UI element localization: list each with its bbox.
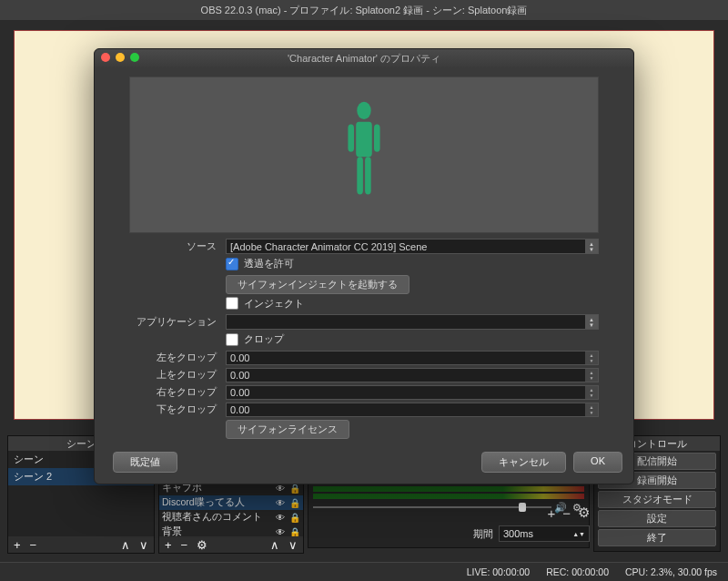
cancel-button[interactable]: キャンセル <box>481 452 566 473</box>
status-live: LIVE: 00:00:00 <box>467 566 530 577</box>
svg-point-0 <box>357 102 370 119</box>
add-transition-icon[interactable]: + <box>547 505 555 521</box>
crop-bottom-input[interactable]: 0.00▲▼ <box>226 403 599 417</box>
crop-left-label: 左をクロップ <box>129 351 226 364</box>
crop-top-label: 上をクロップ <box>129 368 226 382</box>
lock-icon[interactable]: 🔒 <box>289 527 300 537</box>
source-item[interactable]: Discord喋ってる人👁🔒 <box>159 495 303 510</box>
source-preview <box>129 76 599 233</box>
crop-right-input[interactable]: 0.00▲▼ <box>226 385 599 400</box>
remove-source-icon[interactable]: − <box>181 538 188 552</box>
sources-toolbar: + − ⚙ ∧ ∨ <box>159 536 303 553</box>
lock-icon[interactable]: 🔒 <box>289 484 300 494</box>
visibility-icon[interactable]: 👁 <box>275 513 286 523</box>
application-select[interactable]: ▲▼ <box>226 314 599 330</box>
scenes-toolbar: + − ∧ ∨ <box>8 536 154 553</box>
remove-scene-icon[interactable]: − <box>30 538 37 552</box>
source-item[interactable]: 視聴者さんのコメント👁🔒 <box>159 510 303 525</box>
transition-duration-input[interactable]: 300ms▲▼ <box>499 525 590 542</box>
control-button[interactable]: 設定 <box>598 510 716 527</box>
transition-duration-label: 期間 <box>473 527 493 541</box>
scene-up-icon[interactable]: ∧ <box>121 538 130 552</box>
crop-right-label: 右をクロップ <box>129 385 226 399</box>
svg-rect-4 <box>357 157 363 194</box>
app-titlebar: OBS 22.0.3 (mac) - プロファイル: Splatoon2 録画 … <box>0 0 728 21</box>
control-button[interactable]: 終了 <box>598 529 716 546</box>
crop-top-input[interactable]: 0.00▲▼ <box>226 368 599 382</box>
zoom-icon[interactable] <box>130 53 139 62</box>
minimize-icon[interactable] <box>116 53 125 62</box>
scene-down-icon[interactable]: ∨ <box>139 538 148 552</box>
crop-bottom-label: 下をクロップ <box>129 403 226 416</box>
visibility-icon[interactable]: 👁 <box>275 527 286 537</box>
status-rec: REC: 00:00:00 <box>546 566 609 577</box>
properties-dialog: 'Character Animator' のプロパティ ソース [ <box>94 48 634 484</box>
dialog-title: 'Character Animator' のプロパティ <box>95 52 633 66</box>
close-icon[interactable] <box>101 53 110 62</box>
defaults-button[interactable]: 既定値 <box>113 452 177 473</box>
allow-transparency-checkbox[interactable]: 透過を許可 <box>226 257 294 270</box>
status-bar: LIVE: 00:00:00 REC: 00:00:00 CPU: 2.3%, … <box>0 562 728 581</box>
add-scene-icon[interactable]: + <box>14 538 21 552</box>
meter-left <box>313 486 584 492</box>
crop-checkbox[interactable]: クロップ <box>226 332 284 346</box>
launch-injector-button[interactable]: サイフォンインジェクトを起動する <box>226 275 410 294</box>
add-source-icon[interactable]: + <box>165 538 172 552</box>
application-label: アプリケーション <box>129 315 226 329</box>
syphon-license-button[interactable]: サイフォンライセンス <box>226 420 349 439</box>
transitions-panel: + − ⚙ 期間 300ms▲▼ <box>308 504 590 548</box>
source-down-icon[interactable]: ∨ <box>288 538 298 552</box>
svg-rect-2 <box>348 125 354 152</box>
svg-rect-5 <box>365 157 371 194</box>
visibility-icon[interactable]: 👁 <box>275 484 286 494</box>
control-button[interactable]: スタジオモード <box>598 491 716 508</box>
remove-transition-icon[interactable]: − <box>562 505 571 521</box>
ok-button[interactable]: OK <box>573 452 622 473</box>
dialog-titlebar: 'Character Animator' のプロパティ <box>95 49 633 67</box>
source-up-icon[interactable]: ∧ <box>270 538 279 552</box>
crop-left-input[interactable]: 0.00▲▼ <box>226 351 599 365</box>
lock-icon[interactable]: 🔒 <box>289 513 300 523</box>
meter-right <box>313 494 584 499</box>
svg-rect-3 <box>374 125 380 152</box>
svg-rect-1 <box>356 122 372 158</box>
visibility-icon[interactable]: 👁 <box>275 498 286 508</box>
character-graphic <box>342 99 386 210</box>
source-settings-icon[interactable]: ⚙ <box>197 538 207 552</box>
inject-checkbox[interactable]: インジェクト <box>226 297 304 311</box>
source-label: ソース <box>129 240 226 253</box>
transition-gear-icon[interactable]: ⚙ <box>578 505 590 521</box>
source-select[interactable]: [Adobe Character Animator CC 2019] Scene… <box>226 239 599 254</box>
lock-icon[interactable]: 🔒 <box>289 498 300 508</box>
status-cpu: CPU: 2.3%, 30.00 fps <box>625 566 717 577</box>
